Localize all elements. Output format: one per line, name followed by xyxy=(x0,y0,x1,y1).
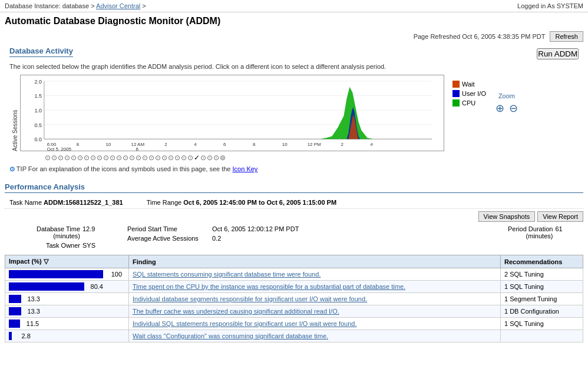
finding-link[interactable]: The buffer cache was undersized causing … xyxy=(133,308,339,315)
snapshot-icon-9[interactable]: ⊙ xyxy=(97,154,103,162)
view-report-button[interactable]: View Report xyxy=(537,211,583,222)
finding-link[interactable]: Time spent on the CPU by the instance wa… xyxy=(133,283,405,290)
table-row: 11.5 Individual SQL statements responsib… xyxy=(5,318,583,330)
finding-link[interactable]: Individual SQL statements responsible fo… xyxy=(133,320,357,327)
task-name-value: ADDM:1568112522_1_381 xyxy=(44,199,123,206)
impact-bar-container: 80.4 xyxy=(9,282,125,291)
finding-cell[interactable]: Individual database segments responsible… xyxy=(129,293,501,305)
finding-cell[interactable]: The buffer cache was undersized causing … xyxy=(129,305,501,318)
legend-wait-label: Wait xyxy=(462,81,475,88)
snapshot-icon-12[interactable]: ⊙ xyxy=(116,154,122,162)
refresh-button[interactable]: Refresh xyxy=(550,31,583,42)
zoom-area: Zoom ⊕ ⊖ xyxy=(495,75,518,115)
db-time-row: Database Time(minutes) 12.9 xyxy=(9,225,115,239)
snapshot-icon-27[interactable]: ⊙ xyxy=(213,154,219,162)
impact-cell: 13.3 xyxy=(5,305,129,318)
impact-value: 80.4 xyxy=(87,283,103,290)
legend-cpu-color xyxy=(452,99,460,107)
svg-text:2: 2 xyxy=(164,142,167,147)
finding-cell[interactable]: SQL statements consuming significant dat… xyxy=(129,268,501,281)
view-snapshots-button[interactable]: View Snapshots xyxy=(478,211,536,222)
impact-bar xyxy=(9,282,84,291)
tip-row: ⊙ TIP For an explanation of the icons an… xyxy=(5,164,583,178)
snapshot-icon-21[interactable]: ⊙ xyxy=(174,154,180,162)
legend-wait-color xyxy=(452,81,460,88)
snapshot-icon-2[interactable]: ⊙ xyxy=(51,154,57,162)
snapshot-icon-7[interactable]: ⊙ xyxy=(84,154,90,162)
task-owner-value: SYS xyxy=(82,242,95,249)
col-finding-header: Finding xyxy=(129,255,501,268)
snapshot-icon-20[interactable]: ⊙ xyxy=(168,154,174,162)
impact-value: 2.8 xyxy=(14,332,31,340)
legend-cpu: CPU xyxy=(452,99,486,107)
snapshot-icon-8[interactable]: ⊙ xyxy=(90,154,96,162)
snapshot-icon-15[interactable]: ⊙ xyxy=(136,154,141,162)
snapshot-icon-22[interactable]: ⊙ xyxy=(181,154,187,162)
impact-bar xyxy=(9,332,12,340)
snapshot-icon-14[interactable]: ⊙ xyxy=(129,154,135,162)
snapshot-icon-selected[interactable]: ✓ xyxy=(194,154,200,162)
da-header: Database Activity Run ADDM xyxy=(5,46,583,61)
svg-text:2: 2 xyxy=(341,142,343,147)
chart-svg: 2.0 1.5 1.0 0.5 0.0 6:00 Oct 5, 2005 8 1… xyxy=(21,75,444,151)
finding-cell[interactable]: Time spent on the CPU by the instance wa… xyxy=(129,281,501,293)
finding-link[interactable]: Wait class "Configuration" was consuming… xyxy=(133,332,328,340)
tip-text: TIP For an explanation of the icons and … xyxy=(16,165,231,172)
left-details: Database Time(minutes) 12.9 Task Owner S… xyxy=(9,225,115,249)
zoom-in-button[interactable]: ⊕ xyxy=(495,102,504,115)
zoom-out-button[interactable]: ⊖ xyxy=(509,102,518,115)
finding-link[interactable]: Individual database segments responsible… xyxy=(133,295,367,302)
svg-text:0.5: 0.5 xyxy=(34,122,42,128)
legend-wait: Wait xyxy=(452,81,486,88)
page-title: Automatic Database Diagnostic Monitor (A… xyxy=(5,16,220,26)
snapshot-icon-1[interactable]: ⊙ xyxy=(45,154,51,162)
page-refreshed-label: Page Refreshed xyxy=(414,33,461,40)
impact-bar-container: 13.3 xyxy=(9,307,125,315)
snapshot-icon-19[interactable]: ⊙ xyxy=(161,154,167,162)
time-range-value: Oct 6, 2005 12:45:00 PM to Oct 6, 2005 1… xyxy=(183,199,336,206)
snapshot-icon-13[interactable]: ⊙ xyxy=(123,154,128,162)
snapshot-icon-4[interactable]: ⊙ xyxy=(64,154,70,162)
advisor-central-link[interactable]: Advisor Central xyxy=(96,2,140,9)
snapshot-icon-11[interactable]: ⊙ xyxy=(110,154,115,162)
table-row: 13.3 Individual database segments respon… xyxy=(5,293,583,305)
task-owner-label: Task Owner xyxy=(9,242,80,249)
snapshot-icon-23[interactable]: ⊙ xyxy=(187,154,193,162)
snapshot-icon-5[interactable]: ⊙ xyxy=(71,154,77,162)
svg-text:4: 4 xyxy=(194,142,197,147)
impact-bar-container: 13.3 xyxy=(9,295,125,303)
snapshot-icon-16[interactable]: ⊙ xyxy=(142,154,148,162)
snapshot-icon-10[interactable]: ⊙ xyxy=(103,154,109,162)
recommendation-cell: 1 SQL Tuning xyxy=(501,318,583,330)
finding-cell[interactable]: Individual SQL statements responsible fo… xyxy=(129,318,501,330)
task-owner-row: Task Owner SYS xyxy=(9,242,115,249)
snapshot-icon-25[interactable]: ⊙ xyxy=(200,154,206,162)
tip-icon: ⊙ xyxy=(9,165,15,172)
finding-link[interactable]: SQL statements consuming significant dat… xyxy=(133,271,321,278)
snapshot-icon-6[interactable]: ⊙ xyxy=(77,154,83,162)
zoom-buttons: ⊕ ⊖ xyxy=(495,102,518,115)
snapshot-icon-end[interactable]: ⊚ xyxy=(220,154,226,162)
recommendation-cell xyxy=(501,330,583,342)
snapshot-icon-26[interactable]: ⊙ xyxy=(207,154,213,162)
table-row: 100 SQL statements consuming significant… xyxy=(5,268,583,281)
database-activity-title: Database Activity xyxy=(9,46,73,57)
icon-key-link[interactable]: Icon Key xyxy=(233,165,258,172)
snapshot-icon-18[interactable]: ⊙ xyxy=(155,154,161,162)
db-instance-text: Database Instance: database xyxy=(5,2,89,9)
impact-bar xyxy=(9,295,21,303)
snapshot-icon-3[interactable]: ⊙ xyxy=(58,154,64,162)
breadcrumb-sep2: > xyxy=(142,2,146,9)
run-addm-button[interactable]: Run ADDM xyxy=(537,48,579,59)
svg-marker-26 xyxy=(321,87,374,139)
period-duration-row: Period Duration(minutes) 61 xyxy=(508,225,563,239)
recommendation-cell: 1 SQL Tuning xyxy=(501,281,583,293)
period-start-label: Period Start Time xyxy=(127,225,210,232)
finding-cell[interactable]: Wait class "Configuration" was consuming… xyxy=(129,330,501,342)
snapshot-icon-17[interactable]: ⊙ xyxy=(148,154,154,162)
period-duration-value: 61 xyxy=(555,225,562,232)
impact-value: 13.3 xyxy=(24,308,40,315)
findings-table: Impact (%) ▽ Finding Recommendations 100… xyxy=(5,255,583,342)
impact-bar-container: 2.8 xyxy=(9,332,125,340)
center-details: Period Start Time Oct 6, 2005 12:00:12 P… xyxy=(127,225,304,249)
